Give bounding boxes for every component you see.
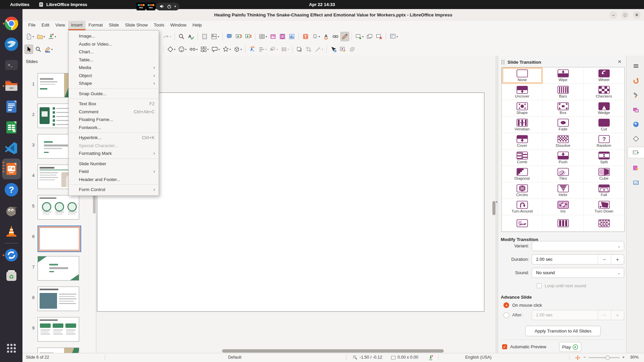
automatic-preview-checkbox[interactable]: ✓ <box>502 344 507 349</box>
sound-select[interactable]: No sound ⌄ <box>532 268 624 278</box>
special-character-icon[interactable]: Ω▾ <box>311 32 321 41</box>
transition-cube[interactable]: Cube <box>584 166 625 182</box>
dock-item-chrome[interactable] <box>2 13 21 34</box>
slide-thumbnail-9[interactable] <box>38 317 79 342</box>
menu-item-form-control[interactable]: Form Control› <box>69 186 159 194</box>
duration-increment[interactable]: + <box>611 255 624 264</box>
menu-item-table[interactable]: Table... <box>69 56 159 64</box>
horizontal-scrollbar[interactable] <box>222 349 444 353</box>
block-arrows-icon[interactable]: ▾ <box>188 45 199 54</box>
dock-item-show-apps[interactable] <box>2 338 21 359</box>
transition-uncover[interactable]: Uncover <box>502 84 543 100</box>
transition-fall[interactable]: Fall <box>584 182 625 199</box>
hyperlink-icon[interactable] <box>331 32 340 41</box>
start-first-slide-icon[interactable] <box>234 32 243 41</box>
dock-item-help[interactable]: ? <box>2 179 21 200</box>
transition-cut[interactable]: Cut <box>584 117 625 133</box>
rotate-icon[interactable] <box>248 45 257 54</box>
open-file-icon[interactable]: ▾ <box>36 32 46 41</box>
dock-item-vlc[interactable] <box>2 221 21 242</box>
insert-table-icon[interactable]: ▾ <box>258 32 268 41</box>
menu-item-audio-or-video[interactable]: Audio or Video... <box>69 40 159 48</box>
dock-item-calc[interactable] <box>2 117 21 138</box>
3d-objects-icon[interactable]: ▾ <box>232 45 243 54</box>
glue-points-icon[interactable] <box>338 45 347 54</box>
dock-item-thunderbird[interactable] <box>2 34 21 55</box>
zoom-percentage[interactable]: 90% <box>630 353 639 362</box>
menu-insert[interactable]: Insert <box>68 21 86 30</box>
delete-slide-icon[interactable] <box>375 32 383 41</box>
transition-turn-around[interactable]: Turn Around <box>502 199 543 215</box>
menu-item-image[interactable]: Image... <box>69 32 159 40</box>
start-current-slide-icon[interactable] <box>244 32 253 41</box>
dock-item-updater[interactable] <box>2 245 21 265</box>
transition-helix[interactable]: Helix <box>543 182 584 199</box>
dock-item-files[interactable] <box>2 75 21 96</box>
sidebar-tab-shapes[interactable] <box>629 133 643 144</box>
apply-to-all-slides-button[interactable]: Apply Transition to All Slides <box>525 326 601 336</box>
transition-dissolve[interactable]: Dissolve <box>543 133 584 149</box>
transition-bars[interactable]: Bars <box>543 84 584 100</box>
transition-wheel[interactable]: Wheel <box>584 67 625 84</box>
fit-slide-icon[interactable] <box>575 355 580 360</box>
dock-item-trash[interactable]: ♻ <box>2 265 21 286</box>
transition-iris[interactable]: Iris <box>543 199 584 215</box>
display-views-icon[interactable]: ▾ <box>210 32 220 41</box>
after-radio[interactable] <box>503 312 509 318</box>
transition-cover[interactable]: Cover <box>502 133 543 149</box>
menu-item-text-box[interactable]: Text BoxF2 <box>69 100 159 108</box>
duration-stepper[interactable]: 2.00 sec −+ <box>532 254 624 264</box>
save-icon[interactable]: ▾ <box>47 32 57 41</box>
transition-shape[interactable]: Shape <box>502 100 543 117</box>
sidebar-tab-gallery[interactable] <box>629 104 643 116</box>
dropdown-only-icon[interactable] <box>159 45 161 54</box>
menu-item-header-and-footer[interactable]: Header and Footer... <box>69 176 159 184</box>
transition-push[interactable]: Push <box>543 149 584 166</box>
menu-slide[interactable]: Slide <box>106 21 122 30</box>
transition-rochade[interactable] <box>502 215 543 232</box>
slide-thumbnail-6[interactable] <box>38 226 81 252</box>
transition-wipe[interactable]: Wipe <box>543 67 584 84</box>
menu-help[interactable]: Help <box>190 21 205 30</box>
transition-checkers[interactable]: Checkers <box>584 84 625 100</box>
font-color-icon[interactable]: A <box>322 32 330 41</box>
insert-chart-icon[interactable] <box>287 32 296 41</box>
new-document-icon[interactable]: ▾ <box>24 32 35 41</box>
sidebar-splitter[interactable]: ◂ <box>496 56 498 353</box>
panel-grip-icon[interactable] <box>501 60 505 64</box>
callouts-icon[interactable]: ▾ <box>210 45 221 54</box>
sidebar-tab-master-slides[interactable] <box>629 177 643 188</box>
insert-comment-icon[interactable] <box>225 32 234 41</box>
menu-item-media[interactable]: Media› <box>69 64 159 72</box>
dock-item-vscode[interactable] <box>2 138 21 159</box>
edit-points-icon[interactable] <box>329 45 338 54</box>
transition-circles[interactable]: Circles <box>502 182 543 199</box>
zoom-out-button[interactable]: − <box>583 353 586 362</box>
menu-format[interactable]: Format <box>86 21 106 30</box>
zoom-slider-thumb[interactable] <box>605 356 610 360</box>
sidebar-tab-properties[interactable] <box>629 75 643 86</box>
transition-diagonal[interactable]: Diagonal <box>502 166 543 182</box>
transition-none[interactable]: None <box>502 67 543 84</box>
menu-edit[interactable]: Edit <box>39 21 52 30</box>
zoom-in-button[interactable]: + <box>622 353 625 362</box>
menu-view[interactable]: View <box>52 21 68 30</box>
symbol-shapes-icon[interactable]: ▾ <box>177 45 187 54</box>
line-color-icon[interactable]: ▾ <box>43 45 54 54</box>
transition-turn-down[interactable]: Turn Down <box>584 199 625 215</box>
sidebar-tab-navigator[interactable] <box>629 119 643 130</box>
dock-item-impress[interactable] <box>2 159 21 179</box>
zoom-pan-icon[interactable] <box>34 45 43 54</box>
transition-vortex[interactable] <box>543 215 584 232</box>
dock-item-writer[interactable] <box>2 96 21 117</box>
vnc-app-icon[interactable]: vnc <box>137 3 146 10</box>
menu-tools[interactable]: Tools <box>151 21 167 30</box>
slide-thumbnail-8[interactable] <box>38 287 79 311</box>
vnc-app-icon[interactable]: vnc <box>146 3 155 10</box>
transition-split[interactable]: Split <box>584 149 625 166</box>
document-modified-icon[interactable] <box>428 355 433 360</box>
slide-thumbnail-10[interactable] <box>38 348 79 353</box>
flowchart-icon[interactable]: ▾ <box>199 45 210 54</box>
menu-file[interactable]: File <box>25 21 39 30</box>
zoom-slider[interactable] <box>589 357 620 358</box>
